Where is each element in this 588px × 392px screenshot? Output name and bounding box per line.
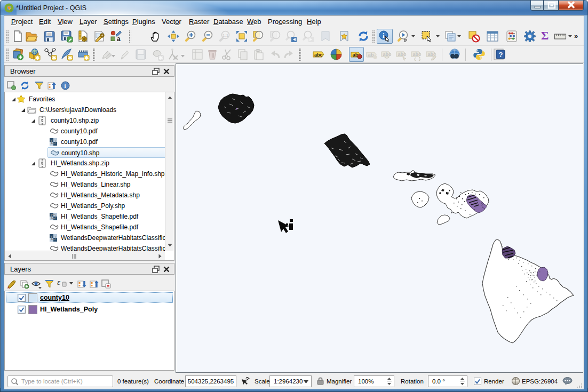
svg-text:i: i (65, 83, 66, 89)
svg-text:ab: ab (368, 52, 374, 58)
svg-text:abc: abc (314, 52, 323, 58)
svg-text:abc: abc (398, 52, 407, 57)
svg-text:abc: abc (413, 52, 422, 57)
svg-text:1:1: 1:1 (223, 33, 229, 38)
svg-text:a: a (117, 35, 121, 43)
svg-text:i: i (383, 31, 385, 39)
svg-text:?: ? (499, 51, 503, 59)
svg-text:abc: abc (383, 52, 392, 57)
